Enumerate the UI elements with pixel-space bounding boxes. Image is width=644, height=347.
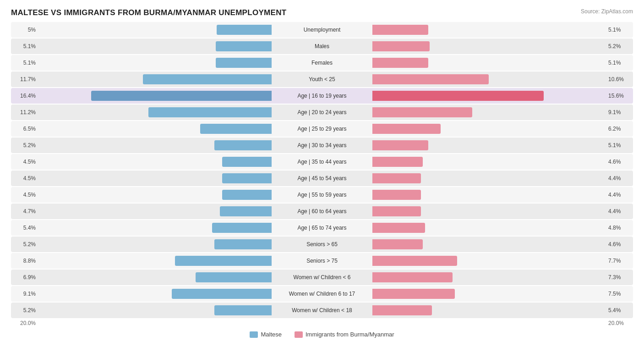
left-bar (216, 58, 272, 68)
right-value: 5.4% (606, 307, 633, 314)
left-value: 4.5% (11, 159, 38, 165)
left-value: 16.4% (11, 93, 38, 99)
right-value: 5.1% (606, 27, 633, 33)
right-bar (372, 41, 430, 51)
bar-label: Age | 45 to 54 years (272, 175, 372, 182)
left-value: 5.1% (11, 60, 38, 66)
left-value: 4.5% (11, 192, 38, 198)
left-value: 5.2% (11, 307, 38, 314)
axis-right-label: 20.0% (606, 320, 633, 326)
right-value: 9.1% (606, 109, 633, 116)
right-bar (372, 157, 423, 167)
right-bar (372, 206, 421, 216)
left-bar (222, 157, 272, 167)
legend-item-right: Immigrants from Burma/Myanmar (295, 331, 394, 338)
left-value: 5.2% (11, 142, 38, 149)
left-value: 8.8% (11, 258, 38, 264)
left-bar (222, 190, 272, 200)
right-bar (372, 223, 425, 233)
right-value: 7.7% (606, 258, 633, 264)
bar-row: 4.5%Age | 55 to 59 years4.4% (11, 187, 633, 203)
right-bar (372, 140, 428, 150)
legend-swatch-left (250, 331, 258, 338)
right-value: 4.4% (606, 192, 633, 198)
bar-row: 8.8%Seniors > 757.7% (11, 253, 633, 269)
right-bar (372, 91, 544, 101)
left-value: 4.7% (11, 208, 38, 215)
bar-label: Women w/ Children < 18 (272, 307, 372, 314)
bar-label: Females (272, 60, 372, 66)
left-bar (220, 206, 272, 216)
bar-row: 5.2%Women w/ Children < 185.4% (11, 303, 633, 318)
left-bar (214, 305, 272, 315)
left-bar (214, 140, 272, 150)
bar-row: 5.2%Age | 30 to 34 years5.1% (11, 138, 633, 153)
bar-row: 4.5%Age | 45 to 54 years4.4% (11, 171, 633, 186)
right-bar (372, 173, 421, 183)
bar-label: Age | 16 to 19 years (272, 93, 372, 99)
right-bar (372, 190, 421, 200)
right-value: 4.6% (606, 159, 633, 165)
chart-container: MALTESE VS IMMIGRANTS FROM BURMA/MYANMAR… (0, 0, 644, 347)
chart-header: MALTESE VS IMMIGRANTS FROM BURMA/MYANMAR… (11, 8, 633, 17)
right-value: 10.6% (606, 76, 633, 83)
legend-label-right: Immigrants from Burma/Myanmar (306, 331, 394, 338)
bar-label: Seniors > 75 (272, 258, 372, 264)
left-bar (217, 25, 272, 35)
axis-left-label: 20.0% (11, 320, 38, 326)
chart-title: MALTESE VS IMMIGRANTS FROM BURMA/MYANMAR… (11, 8, 286, 17)
right-value: 15.6% (606, 93, 633, 99)
left-bar (212, 223, 272, 233)
left-bar (222, 173, 272, 183)
chart-area: 5%Unemployment5.1%5.1%Males5.2%5.1%Femal… (11, 22, 633, 318)
right-value: 4.4% (606, 208, 633, 215)
bar-label: Age | 35 to 44 years (272, 159, 372, 165)
bar-label: Age | 55 to 59 years (272, 192, 372, 198)
left-value: 4.5% (11, 175, 38, 182)
right-bar (372, 58, 428, 68)
left-bar (196, 272, 272, 282)
right-bar (372, 74, 489, 84)
bar-label: Age | 20 to 24 years (272, 109, 372, 116)
left-bar (175, 256, 272, 266)
bar-label: Unemployment (272, 27, 372, 33)
axis-row: 20.0% 20.0% (11, 320, 633, 326)
left-bar (214, 239, 272, 249)
bar-row: 16.4%Age | 16 to 19 years15.6% (11, 88, 633, 104)
right-bar (372, 272, 453, 282)
bar-label: Age | 30 to 34 years (272, 142, 372, 149)
left-value: 5.2% (11, 241, 38, 248)
right-bar (372, 289, 455, 299)
legend-swatch-right (295, 331, 303, 338)
left-value: 11.2% (11, 109, 38, 116)
bar-label: Age | 25 to 29 years (272, 126, 372, 132)
left-value: 6.9% (11, 274, 38, 281)
right-value: 5.2% (606, 43, 633, 50)
left-value: 6.5% (11, 126, 38, 132)
left-bar (172, 289, 272, 299)
bar-row: 4.5%Age | 35 to 44 years4.6% (11, 154, 633, 170)
bar-label: Women w/ Children < 6 (272, 274, 372, 281)
legend-item-left: Maltese (250, 331, 282, 338)
bar-row: 9.1%Women w/ Children 6 to 177.5% (11, 286, 633, 302)
bar-row: 11.7%Youth < 2510.6% (11, 72, 633, 87)
bar-row: 5.1%Females5.1% (11, 55, 633, 71)
bar-row: 5.2%Seniors > 654.6% (11, 237, 633, 252)
bar-row: 6.9%Women w/ Children < 67.3% (11, 270, 633, 285)
right-value: 4.8% (606, 225, 633, 231)
left-value: 11.7% (11, 76, 38, 83)
bar-row: 4.7%Age | 60 to 64 years4.4% (11, 204, 633, 219)
left-bar (148, 107, 272, 117)
right-value: 5.1% (606, 60, 633, 66)
right-value: 5.1% (606, 142, 633, 149)
legend: Maltese Immigrants from Burma/Myanmar (11, 331, 633, 338)
bar-label: Age | 65 to 74 years (272, 225, 372, 231)
left-bar (200, 124, 272, 134)
right-value: 4.4% (606, 175, 633, 182)
right-value: 4.6% (606, 241, 633, 248)
left-value: 5% (11, 27, 38, 33)
bar-row: 6.5%Age | 25 to 29 years6.2% (11, 121, 633, 137)
legend-label-left: Maltese (261, 331, 282, 338)
left-value: 5.4% (11, 225, 38, 231)
bar-label: Age | 60 to 64 years (272, 208, 372, 215)
